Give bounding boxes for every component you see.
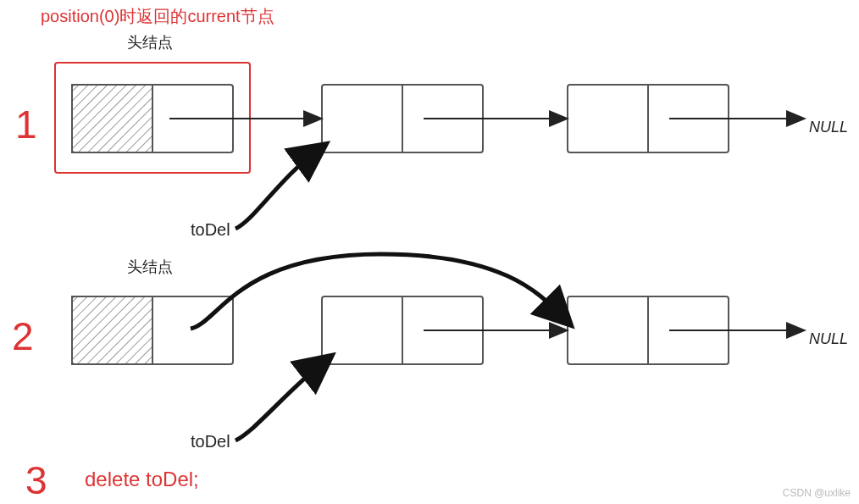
linked-list-diagram [0,0,859,504]
row2-node1 [72,296,233,364]
svg-rect-8 [72,296,152,364]
row2-todel-arrow [236,360,326,440]
svg-rect-2 [72,85,152,152]
row1-todel-arrow [236,148,320,229]
